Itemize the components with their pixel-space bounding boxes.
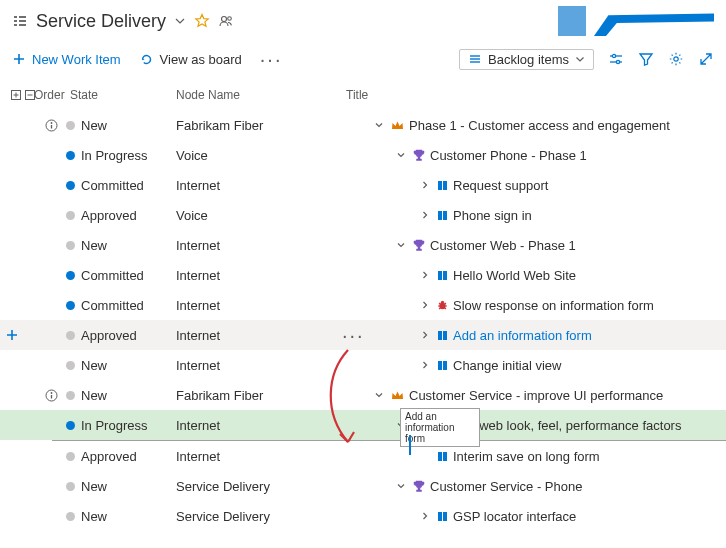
row-title-text[interactable]: GSP locator interface <box>453 509 576 524</box>
table-row[interactable]: NewService DeliveryCustomer Service - Ph… <box>0 471 726 501</box>
chevron-right-icon[interactable] <box>418 300 432 310</box>
row-title-text[interactable]: Phone sign in <box>453 208 532 223</box>
table-row[interactable]: NewInternetCustomer Web - Phase 1 <box>0 230 726 260</box>
row-title-cell[interactable]: Refresh web look, feel, performance fact… <box>372 418 726 433</box>
svg-rect-24 <box>438 181 442 190</box>
state-label: Approved <box>81 208 137 223</box>
trophy-icon <box>412 418 426 432</box>
state-dot <box>66 452 75 461</box>
row-title-cell[interactable]: Customer Service - Phone <box>372 479 726 494</box>
backlog-items-dropdown[interactable]: Backlog items <box>459 49 594 70</box>
people-icon[interactable] <box>218 13 234 29</box>
row-state-cell: New <box>66 479 176 494</box>
chevron-right-icon[interactable] <box>418 210 432 220</box>
expand-all-icon[interactable] <box>10 89 22 101</box>
chevron-down-icon[interactable] <box>174 15 186 27</box>
table-row[interactable]: NewService DeliveryGSP locator interface <box>0 501 726 531</box>
row-title-text[interactable]: Slow response on information form <box>453 298 654 313</box>
col-state[interactable]: State <box>66 88 176 102</box>
row-title-text[interactable]: Phase 1 - Customer access and engagement <box>409 118 670 133</box>
table-row[interactable]: NewFabrikam FiberCustomer Service - impr… <box>0 380 726 410</box>
row-title-cell[interactable]: Hello World Web Site <box>372 268 726 283</box>
filter-icon[interactable] <box>638 51 654 67</box>
state-label: New <box>81 358 107 373</box>
row-title-cell[interactable]: Request support <box>372 178 726 193</box>
row-title-text[interactable]: Interim save on long form <box>453 449 600 464</box>
more-actions-button[interactable]: ··· <box>260 54 283 64</box>
table-row[interactable]: CommittedInternetRequest support <box>0 170 726 200</box>
row-node-cell: Internet <box>176 238 342 253</box>
row-title-cell[interactable]: Add an information form <box>372 328 726 343</box>
chevron-right-icon[interactable] <box>418 330 432 340</box>
chevron-down-icon[interactable] <box>372 120 386 130</box>
text-caret <box>409 435 411 455</box>
trophy-icon <box>412 479 426 493</box>
state-label: Approved <box>81 328 137 343</box>
chevron-right-icon[interactable] <box>418 360 432 370</box>
row-title-text[interactable]: Customer Phone - Phase 1 <box>430 148 587 163</box>
table-row[interactable]: CommittedInternetHello World Web Site <box>0 260 726 290</box>
state-dot <box>66 421 75 430</box>
row-title-cell[interactable]: Customer Phone - Phase 1 <box>372 148 726 163</box>
row-title-cell[interactable]: Phase 1 - Customer access and engagement <box>372 118 726 133</box>
row-title-text[interactable]: Customer Service - improve UI performanc… <box>409 388 663 403</box>
chevron-right-icon[interactable] <box>418 180 432 190</box>
table-row[interactable]: ApprovedVoicePhone sign in <box>0 200 726 230</box>
row-title-cell[interactable]: Customer Web - Phase 1 <box>372 238 726 253</box>
row-actions-button[interactable]: ··· <box>342 330 372 340</box>
row-title-cell[interactable]: Phone sign in <box>372 208 726 223</box>
row-title-text[interactable]: Change initial view <box>453 358 561 373</box>
table-row[interactable]: CommittedInternetSlow response on inform… <box>0 290 726 320</box>
row-state-cell: Committed <box>66 178 176 193</box>
state-label: Committed <box>81 268 144 283</box>
col-node[interactable]: Node Name <box>176 88 342 102</box>
pbi-icon <box>436 179 449 192</box>
chevron-down-icon[interactable] <box>372 390 386 400</box>
trophy-icon <box>412 238 426 252</box>
chevron-right-icon[interactable] <box>418 270 432 280</box>
bug-icon <box>436 299 449 312</box>
row-node-cell: Fabrikam Fiber <box>176 118 342 133</box>
row-title-cell[interactable]: Customer Service - improve UI performanc… <box>372 388 726 403</box>
row-add-button[interactable] <box>0 328 24 342</box>
chevron-down-icon[interactable] <box>394 481 408 491</box>
row-title-text[interactable]: Add an information form <box>453 328 592 343</box>
table-row[interactable]: ApprovedInternet···Add an information fo… <box>0 320 726 350</box>
row-title-text[interactable]: Customer Web - Phase 1 <box>430 238 576 253</box>
settings-icon[interactable] <box>608 51 624 67</box>
row-title-text[interactable]: Hello World Web Site <box>453 268 576 283</box>
col-order[interactable]: Order <box>34 88 66 102</box>
svg-line-35 <box>445 303 447 304</box>
row-title-cell[interactable]: Change initial view <box>372 358 726 373</box>
row-title-cell[interactable]: Interim save on long form <box>372 449 726 464</box>
plus-icon <box>12 52 26 66</box>
table-row[interactable]: In ProgressVoiceCustomer Phone - Phase 1 <box>0 140 726 170</box>
chevron-down-icon[interactable] <box>394 420 408 430</box>
chevron-down-icon[interactable] <box>394 240 408 250</box>
expand-icon[interactable] <box>698 51 714 67</box>
svg-point-7 <box>228 17 232 21</box>
row-title-cell[interactable]: GSP locator interface <box>372 509 726 524</box>
chevron-down-icon[interactable] <box>394 150 408 160</box>
column-headers: Order State Node Name Title <box>0 84 726 110</box>
state-label: New <box>81 388 107 403</box>
list-icon <box>12 13 28 29</box>
gear-icon[interactable] <box>668 51 684 67</box>
page-title: Service Delivery <box>36 11 166 32</box>
svg-rect-48 <box>443 512 447 521</box>
table-row[interactable]: ApprovedInternetInterim save on long for… <box>0 441 726 471</box>
table-row[interactable]: In ProgressInternetRefresh web look, fee… <box>0 410 726 440</box>
view-as-board-button[interactable]: View as board <box>139 52 242 67</box>
svg-rect-26 <box>438 211 442 220</box>
chevron-right-icon[interactable] <box>418 511 432 521</box>
row-title-text[interactable]: Refresh web look, feel, performance fact… <box>430 418 681 433</box>
table-row[interactable]: NewFabrikam FiberPhase 1 - Customer acce… <box>0 110 726 140</box>
table-row[interactable]: NewInternetChange initial view <box>0 350 726 380</box>
row-title-text[interactable]: Request support <box>453 178 548 193</box>
new-work-item-button[interactable]: New Work Item <box>12 52 121 67</box>
row-title-cell[interactable]: Slow response on information form <box>372 298 726 313</box>
crown-icon <box>390 118 405 133</box>
star-icon[interactable] <box>194 13 210 29</box>
col-title[interactable]: Title <box>342 88 726 102</box>
row-title-text[interactable]: Customer Service - Phone <box>430 479 582 494</box>
